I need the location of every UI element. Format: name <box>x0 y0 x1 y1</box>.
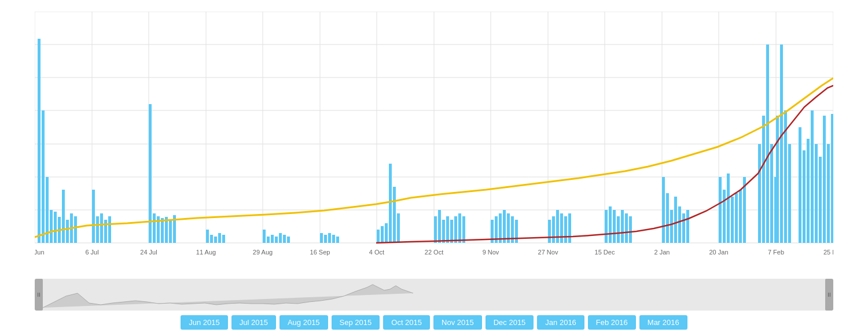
svg-rect-156 <box>819 157 822 243</box>
svg-text:27 Nov: 27 Nov <box>538 249 558 256</box>
svg-rect-85 <box>275 237 278 243</box>
svg-rect-58 <box>50 210 53 243</box>
navigator-handle-left[interactable] <box>35 279 43 311</box>
svg-rect-111 <box>503 210 506 243</box>
svg-rect-102 <box>442 220 445 243</box>
svg-text:6 Jul: 6 Jul <box>85 249 98 256</box>
svg-rect-130 <box>670 210 673 243</box>
main-chart-svg: 0 5 10 15 20 25 30 35 0 200 400 600 800 … <box>35 12 833 278</box>
month-buttons-container: Jun 2015Jul 2015Aug 2015Sep 2015Oct 2015… <box>35 315 833 330</box>
month-button-nov-2015[interactable]: Nov 2015 <box>433 315 482 330</box>
svg-rect-90 <box>324 235 327 243</box>
svg-rect-155 <box>815 144 818 243</box>
svg-rect-139 <box>735 193 738 243</box>
svg-rect-159 <box>831 114 833 243</box>
svg-rect-82 <box>263 230 266 243</box>
svg-rect-64 <box>74 216 77 243</box>
svg-rect-97 <box>389 164 392 243</box>
svg-rect-158 <box>827 144 830 243</box>
svg-text:11 Aug: 11 Aug <box>196 249 216 256</box>
svg-rect-75 <box>169 220 172 243</box>
svg-rect-134 <box>686 210 689 243</box>
svg-rect-65 <box>92 190 95 243</box>
svg-rect-73 <box>161 218 164 243</box>
svg-rect-86 <box>279 233 282 243</box>
chart-area: 0 5 10 15 20 25 30 35 0 200 400 600 800 … <box>35 12 833 278</box>
svg-rect-107 <box>462 216 465 243</box>
svg-text:22 Oct: 22 Oct <box>425 249 443 256</box>
svg-rect-93 <box>336 237 339 243</box>
svg-rect-157 <box>823 116 826 243</box>
svg-rect-89 <box>320 233 323 243</box>
svg-rect-144 <box>766 45 769 243</box>
svg-rect-100 <box>434 216 437 243</box>
svg-rect-153 <box>807 139 810 243</box>
svg-rect-154 <box>811 110 814 243</box>
svg-rect-99 <box>397 213 400 243</box>
svg-rect-77 <box>206 230 209 243</box>
svg-rect-59 <box>54 212 57 243</box>
svg-rect-87 <box>283 235 286 243</box>
svg-rect-136 <box>723 190 726 243</box>
svg-rect-120 <box>568 213 571 243</box>
navigator-area[interactable] <box>35 279 833 311</box>
svg-text:20 Jan: 20 Jan <box>709 249 728 256</box>
svg-rect-106 <box>458 213 461 243</box>
svg-text:15 Dec: 15 Dec <box>595 249 615 256</box>
svg-rect-116 <box>552 216 555 243</box>
svg-rect-103 <box>446 216 449 243</box>
svg-rect-140 <box>739 190 742 243</box>
svg-rect-81 <box>222 235 225 243</box>
svg-rect-69 <box>108 216 111 243</box>
svg-rect-78 <box>210 235 213 243</box>
svg-rect-147 <box>776 116 779 243</box>
svg-rect-104 <box>450 220 453 243</box>
svg-rect-101 <box>438 210 441 243</box>
svg-rect-79 <box>214 237 217 243</box>
svg-rect-148 <box>780 45 783 243</box>
svg-rect-56 <box>42 110 45 243</box>
svg-rect-128 <box>662 177 665 243</box>
svg-rect-61 <box>62 190 65 243</box>
month-button-jan-2016[interactable]: Jan 2016 <box>537 315 584 330</box>
svg-rect-84 <box>271 235 274 243</box>
month-button-dec-2015[interactable]: Dec 2015 <box>486 315 534 330</box>
svg-rect-83 <box>267 237 270 243</box>
svg-rect-151 <box>799 127 801 243</box>
chart-wrapper: 0 5 10 15 20 25 30 35 0 200 400 600 800 … <box>0 0 868 336</box>
svg-rect-66 <box>96 216 99 243</box>
navigator-chart <box>43 279 825 311</box>
svg-rect-105 <box>454 216 457 243</box>
svg-rect-137 <box>727 173 730 243</box>
month-button-sep-2015[interactable]: Sep 2015 <box>332 315 380 330</box>
svg-rect-94 <box>377 230 380 243</box>
svg-rect-88 <box>287 237 290 243</box>
svg-rect-135 <box>719 177 722 243</box>
month-button-oct-2015[interactable]: Oct 2015 <box>383 315 430 330</box>
svg-text:16 Sep: 16 Sep <box>310 249 330 256</box>
svg-rect-92 <box>332 235 335 243</box>
svg-rect-115 <box>548 220 551 243</box>
svg-text:24 Jul: 24 Jul <box>140 249 157 256</box>
month-button-aug-2015[interactable]: Aug 2015 <box>279 315 328 330</box>
svg-text:9 Nov: 9 Nov <box>483 249 499 256</box>
svg-rect-62 <box>66 220 69 243</box>
svg-rect-124 <box>617 216 620 243</box>
svg-text:25 Feb: 25 Feb <box>823 249 833 256</box>
svg-rect-91 <box>328 233 331 243</box>
svg-rect-125 <box>621 210 624 243</box>
month-button-mar-2016[interactable]: Mar 2016 <box>639 315 687 330</box>
month-button-feb-2016[interactable]: Feb 2016 <box>588 315 636 330</box>
svg-rect-123 <box>613 210 616 243</box>
svg-rect-67 <box>100 213 103 243</box>
svg-rect-117 <box>556 210 559 243</box>
month-button-jul-2015[interactable]: Jul 2015 <box>231 315 276 330</box>
svg-rect-80 <box>218 233 221 243</box>
navigator-handle-right[interactable] <box>825 279 833 311</box>
month-button-jun-2015[interactable]: Jun 2015 <box>181 315 228 330</box>
svg-rect-129 <box>666 193 669 243</box>
svg-rect-138 <box>731 197 734 243</box>
svg-rect-133 <box>682 213 685 243</box>
svg-rect-68 <box>104 220 107 243</box>
svg-rect-150 <box>788 144 791 243</box>
